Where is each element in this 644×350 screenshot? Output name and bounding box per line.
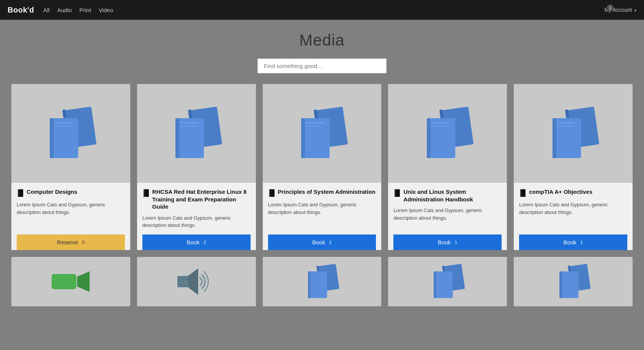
books-icon (545, 103, 602, 164)
reserve-button-computer-designs[interactable]: Reserve 0 (17, 234, 125, 250)
book-button-unix[interactable]: Book 1 (393, 234, 502, 250)
svg-rect-40 (52, 274, 76, 289)
card-partial-image-audio (137, 257, 256, 306)
card-image-rhcsa[interactable] (137, 84, 256, 183)
svg-rect-18 (301, 118, 330, 158)
svg-rect-31 (395, 189, 396, 197)
card-title-computer-designs: Computer Designs (27, 188, 77, 196)
cards-grid: Computer Designs Lorem Ipsum Cats and Gy… (11, 84, 633, 250)
card-image-unix[interactable] (388, 84, 507, 183)
svg-rect-51 (434, 271, 436, 298)
search-container (11, 59, 633, 73)
svg-rect-27 (427, 118, 431, 158)
nav-all[interactable]: All (43, 7, 50, 13)
nav-video[interactable]: Video (99, 7, 113, 13)
search-input[interactable] (257, 59, 387, 73)
books-icon (419, 103, 476, 164)
card-image-comptia[interactable] (514, 84, 633, 183)
svg-rect-3 (50, 118, 54, 158)
card-desc-unix: Lorem Ipsum Cats and Gypsum, generic des… (393, 207, 502, 229)
books-icon-partial (554, 261, 592, 302)
svg-rect-20 (306, 122, 325, 124)
card-body-unix: Unix and Linux System Administration Han… (388, 183, 507, 250)
svg-rect-29 (431, 126, 447, 127)
video-camera-icon (50, 268, 92, 295)
card-title-row: Computer Designs (17, 188, 125, 197)
svg-rect-35 (552, 118, 556, 158)
card-title-row: compTIA A+ Objectives (519, 188, 627, 197)
book-button-rhcsa[interactable]: Book 2 (142, 234, 251, 250)
card-desc-computer-designs: Lorem Ipsum Cats and Gypsum, generic des… (17, 201, 125, 229)
card-body-comptia: compTIA A+ Objectives Lorem Ipsum Cats a… (514, 183, 633, 250)
card-partial-video[interactable] (11, 257, 130, 306)
books-icon (294, 103, 350, 164)
card-title-comptia: compTIA A+ Objectives (529, 188, 592, 196)
svg-rect-7 (18, 189, 19, 197)
card-partial-book-1[interactable] (263, 257, 382, 306)
card-desc-comptia: Lorem Ipsum Cats and Gypsum, generic des… (519, 201, 627, 229)
svg-rect-15 (144, 189, 145, 197)
nav-print[interactable]: Print (79, 7, 91, 13)
card-title-rhcsa: RHCSA Red Hat Enterprise Linux 8 Trainin… (152, 188, 251, 211)
svg-rect-19 (301, 118, 305, 158)
card-desc-principles: Lorem Ipsum Cats and Gypsum, generic des… (268, 201, 376, 229)
nav-links: All Audio Print Video (43, 7, 113, 13)
book-button-comptia[interactable]: Book 1 (519, 234, 627, 250)
book-icon-small (268, 189, 276, 197)
svg-marker-41 (77, 271, 90, 292)
svg-rect-26 (427, 118, 455, 158)
svg-rect-2 (50, 118, 78, 158)
card-desc-rhcsa: Lorem Ipsum Cats and Gypsum, generic des… (142, 214, 251, 229)
card-comptia: compTIA A+ Objectives Lorem Ipsum Cats a… (514, 84, 633, 250)
books-icon (168, 103, 225, 164)
navbar: Book'd All Audio Print Video 1 My Accoun… (0, 0, 644, 20)
svg-rect-50 (434, 271, 453, 298)
card-title-unix: Unix and Linux System Administration Han… (403, 188, 502, 203)
card-title-row: Principles of System Administration (268, 188, 376, 197)
svg-rect-34 (552, 118, 581, 158)
card-partial-image-book3 (514, 257, 633, 306)
audio-speaker-icon (175, 266, 217, 297)
book-icon-small (519, 189, 527, 197)
card-partial-audio[interactable] (137, 257, 256, 306)
card-unix-linux: Unix and Linux System Administration Han… (388, 84, 507, 250)
svg-rect-36 (557, 122, 576, 124)
card-partial-book-2[interactable] (388, 257, 507, 306)
card-body-rhcsa: RHCSA Red Hat Enterprise Linux 8 Trainin… (137, 183, 256, 250)
book-button-principles[interactable]: Book 1 (268, 234, 376, 250)
book-icon-small (393, 189, 401, 197)
svg-marker-43 (188, 268, 198, 295)
card-partial-image-book1 (263, 257, 382, 306)
card-partial-book-3[interactable] (514, 257, 633, 306)
svg-rect-21 (306, 126, 321, 127)
card-title-row: RHCSA Red Hat Enterprise Linux 8 Trainin… (142, 188, 251, 211)
card-principles-sysadmin: Principles of System Administration Lore… (263, 84, 382, 250)
books-icon-partial (429, 261, 467, 302)
card-partial-image-book2 (388, 257, 507, 306)
svg-rect-12 (180, 122, 199, 124)
svg-rect-42 (177, 276, 188, 287)
account-section[interactable]: 1 My Account ▾ (605, 7, 636, 13)
nav-audio[interactable]: Audio (57, 7, 72, 13)
books-icon-partial (303, 261, 341, 302)
svg-rect-4 (54, 122, 73, 124)
svg-rect-37 (557, 126, 572, 127)
svg-rect-54 (559, 271, 578, 298)
svg-rect-39 (520, 189, 521, 197)
main-content: Media (0, 20, 644, 314)
svg-rect-5 (54, 126, 69, 127)
svg-rect-11 (175, 118, 179, 158)
partial-cards-row (11, 257, 633, 306)
cart-badge: 1 (607, 5, 614, 11)
card-rhcsa: RHCSA Red Hat Enterprise Linux 8 Trainin… (137, 84, 256, 250)
book-icon-small (17, 189, 24, 197)
svg-rect-28 (431, 122, 450, 124)
svg-rect-46 (308, 271, 327, 298)
svg-rect-10 (175, 118, 204, 158)
svg-rect-55 (559, 271, 562, 298)
card-image-principles[interactable] (263, 84, 382, 183)
card-title-principles: Principles of System Administration (278, 188, 376, 196)
brand-logo[interactable]: Book'd (8, 6, 34, 14)
card-image-computer-designs[interactable] (11, 84, 130, 183)
books-icon (42, 103, 99, 164)
